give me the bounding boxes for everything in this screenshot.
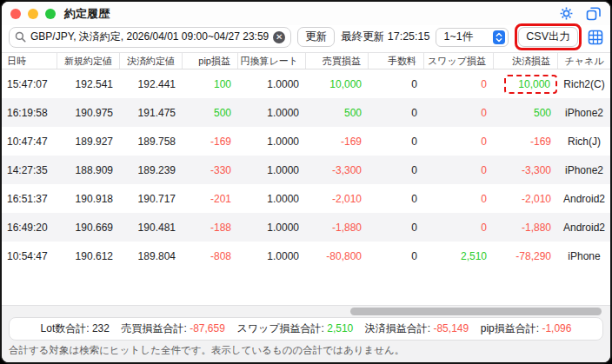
cell-swap-pl: 2,510 <box>424 242 494 270</box>
zoom-window-button[interactable] <box>45 9 56 19</box>
cell-jpy-rate: 1.0000 <box>238 156 306 184</box>
cell-open-price: 190.918 <box>57 184 120 213</box>
cell-commission: 0 <box>369 242 424 270</box>
cell-close-price: 192.441 <box>120 69 183 98</box>
cell-close-price: 190.717 <box>120 184 183 213</box>
cell-open-price: 190.669 <box>57 213 120 242</box>
column-header-datetime[interactable]: 日時 <box>2 53 57 69</box>
cell-pip-pl: 100 <box>183 69 238 98</box>
last-update-text: 最終更新 17:25:15 <box>341 30 429 44</box>
summary-item-0: Lot数合計: 232 <box>41 321 110 336</box>
table-row[interactable]: 10:54:47190.612189.804-8081.0000-80,8000… <box>2 242 610 270</box>
column-header-open-price[interactable]: 新規約定値 <box>57 53 120 69</box>
highlighted-value-annotation: 10,000 <box>504 75 557 94</box>
cell-open-price: 188.909 <box>57 156 120 184</box>
footer: Lot数合計: 232売買損益合計: -87,659スワップ損益合計: 2,51… <box>2 305 610 362</box>
cell-channel: Rich(J) <box>558 127 610 156</box>
summary-item-1: 売買損益合計: -87,659 <box>121 321 224 336</box>
cell-pip-pl: 500 <box>183 98 238 127</box>
clear-search-button[interactable]: ✕ <box>273 31 285 43</box>
range-select-value: 1~1件 <box>443 30 493 44</box>
table-row[interactable]: 16:19:58190.975191.4755001.000050000500i… <box>2 98 610 127</box>
column-header-swap-pl[interactable]: スワップ損益 <box>424 53 494 69</box>
csv-highlight-annotation: CSV出力 <box>515 23 582 50</box>
execution-history-window: 約定履歴 <box>0 0 612 364</box>
horizontal-scrollbar <box>2 306 610 317</box>
cell-trade-pl: -1,880 <box>306 213 369 242</box>
stepper-icon <box>493 30 505 44</box>
cell-pip-pl: -188 <box>183 213 238 242</box>
cell-datetime: 16:19:58 <box>2 98 57 127</box>
cell-datetime: 10:47:47 <box>2 127 57 156</box>
cell-swap-pl: 0 <box>424 213 494 242</box>
column-header-channel[interactable]: チャネル <box>558 53 610 69</box>
cell-channel: Android2 <box>558 213 610 242</box>
column-header-settle-pl[interactable]: 決済損益 <box>494 53 558 69</box>
search-input[interactable]: GBP/JPY, 決済約定, 2026/04/01 09:00~04/27 23… <box>9 27 291 48</box>
search-icon <box>15 31 26 43</box>
toolbar: GBP/JPY, 決済約定, 2026/04/01 09:00~04/27 23… <box>2 25 610 52</box>
cell-jpy-rate: 1.0000 <box>238 127 306 156</box>
cell-close-price: 189.758 <box>120 127 183 156</box>
cell-open-price: 190.612 <box>57 242 120 270</box>
cell-close-price: 189.239 <box>120 156 183 184</box>
cell-trade-pl: -3,300 <box>306 156 369 184</box>
cell-datetime: 10:54:47 <box>2 242 57 270</box>
duplicate-window-icon[interactable] <box>586 6 602 21</box>
summary-note: 合計する対象は検索にヒットした全件です。表示しているものの合計ではありません。 <box>2 341 610 362</box>
cell-jpy-rate: 1.0000 <box>238 242 306 270</box>
refresh-button[interactable]: 更新 <box>297 27 335 47</box>
cell-close-price: 191.475 <box>120 98 183 127</box>
gear-icon[interactable] <box>559 6 574 21</box>
table-row[interactable]: 10:47:47189.927189.758-1691.0000-16900-1… <box>2 127 610 156</box>
scrollbar-thumb[interactable] <box>350 308 602 315</box>
range-select[interactable]: 1~1件 <box>436 28 509 47</box>
table-view-icon[interactable] <box>588 30 603 45</box>
cell-jpy-rate: 1.0000 <box>238 98 306 127</box>
title-bar: 約定履歴 <box>2 2 610 25</box>
cell-swap-pl: 0 <box>424 98 494 127</box>
window-title: 約定履歴 <box>64 6 110 22</box>
csv-export-button[interactable]: CSV出力 <box>518 27 578 47</box>
cell-settle-pl: -2,010 <box>494 184 558 213</box>
cell-channel: Android2 <box>558 184 610 213</box>
cell-datetime: 15:47:07 <box>2 69 57 98</box>
table-empty-area <box>2 270 610 305</box>
cell-commission: 0 <box>369 98 424 127</box>
cell-commission: 0 <box>369 156 424 184</box>
cell-settle-pl: -169 <box>494 127 558 156</box>
column-header-trade-pl[interactable]: 売買損益 <box>306 53 369 69</box>
table-row[interactable]: 15:47:07192.541192.4411001.000010,000001… <box>2 69 610 98</box>
table-header: 日時新規約定値決済約定値pip損益円換算レート売買損益手数料スワップ損益決済損益… <box>2 52 610 69</box>
cell-pip-pl: -330 <box>183 156 238 184</box>
cell-trade-pl: -80,800 <box>306 242 369 270</box>
cell-channel: iPhone2 <box>558 98 610 127</box>
cell-commission: 0 <box>369 127 424 156</box>
cell-datetime: 16:49:20 <box>2 213 57 242</box>
cell-settle-pl: -3,300 <box>494 156 558 184</box>
cell-settle-pl: 500 <box>494 98 558 127</box>
cell-channel: iPhone <box>558 242 610 270</box>
cell-settle-pl: 10,000 <box>494 69 558 98</box>
minimize-window-button[interactable] <box>28 9 38 19</box>
cell-pip-pl: -808 <box>183 242 238 270</box>
summary-item-4: pip損益合計: -1,096 <box>481 321 572 336</box>
cell-settle-pl: -1,880 <box>494 213 558 242</box>
column-header-commission[interactable]: 手数料 <box>369 53 424 69</box>
table-row[interactable]: 16:49:20190.669190.481-1881.0000-1,88000… <box>2 213 610 242</box>
close-window-button[interactable] <box>10 9 21 19</box>
cell-datetime: 16:51:37 <box>2 184 57 213</box>
cell-datetime: 14:27:35 <box>2 156 57 184</box>
cell-open-price: 189.927 <box>57 127 120 156</box>
column-header-pip-pl[interactable]: pip損益 <box>183 53 238 69</box>
table-row[interactable]: 14:27:35188.909189.239-3301.0000-3,30000… <box>2 156 610 184</box>
table-row[interactable]: 16:51:37190.918190.717-2011.0000-2,01000… <box>2 184 610 213</box>
cell-trade-pl: -169 <box>306 127 369 156</box>
cell-pip-pl: -201 <box>183 184 238 213</box>
cell-trade-pl: 500 <box>306 98 369 127</box>
cell-jpy-rate: 1.0000 <box>238 213 306 242</box>
search-value: GBP/JPY, 決済約定, 2026/04/01 09:00~04/27 23… <box>30 30 269 44</box>
column-header-close-price[interactable]: 決済約定値 <box>120 53 183 69</box>
summary-item-3: 決済損益合計: -85,149 <box>365 321 469 336</box>
column-header-jpy-rate[interactable]: 円換算レート <box>238 53 306 69</box>
